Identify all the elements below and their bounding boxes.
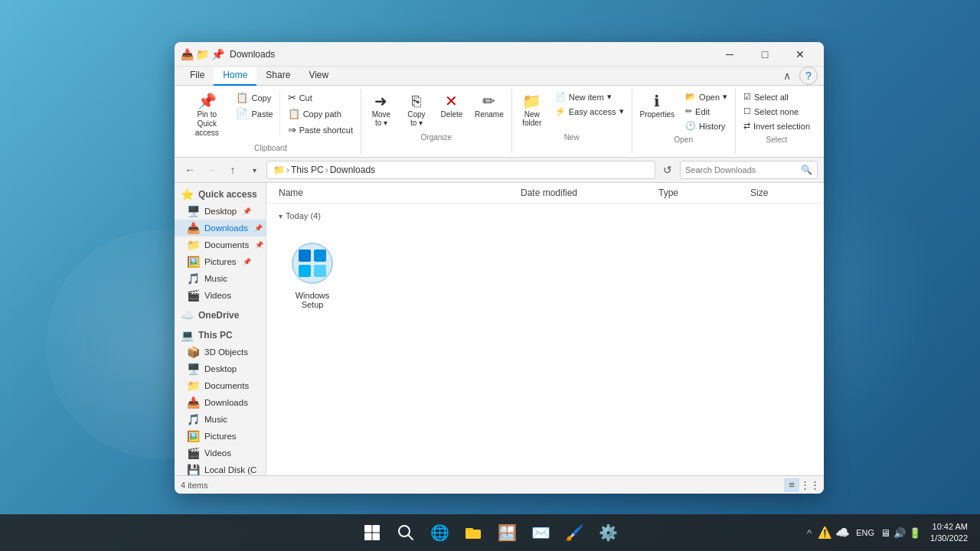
move-icon: ➜ [374, 93, 387, 109]
search-input[interactable] [685, 165, 798, 174]
col-name[interactable]: Name [279, 186, 521, 200]
tab-file[interactable]: File [181, 67, 214, 86]
col-type[interactable]: Type [658, 186, 750, 200]
copy-path-button[interactable]: 📋 Copy path [283, 106, 358, 121]
select-all-button[interactable]: ☑ Select all [739, 90, 815, 103]
select-none-button[interactable]: ☐ Select none [739, 105, 815, 118]
tab-home[interactable]: Home [214, 67, 256, 86]
open-button[interactable]: 📂 Open ▾ [681, 90, 732, 103]
taskbar-edge-button[interactable]: 🌐 [424, 517, 455, 548]
taskbar-volume-icon[interactable]: 🔊 [893, 527, 906, 539]
select-sub-buttons: ☑ Select all ☐ Select none ⇄ Invert sele… [739, 90, 815, 132]
status-bar: 4 items ≡ ⋮⋮ [175, 475, 824, 494]
close-button[interactable]: ✕ [782, 42, 818, 67]
list-view-button[interactable]: ⋮⋮ [802, 478, 818, 492]
properties-button[interactable]: ℹ Properties [635, 90, 680, 122]
edit-button[interactable]: ✏ Edit [681, 105, 732, 118]
paste-shortcut-button[interactable]: ⇒ Paste shortcut [283, 122, 358, 137]
item-count: 4 items [181, 481, 207, 490]
col-size[interactable]: Size [750, 186, 812, 200]
sidebar-item-music2[interactable]: 🎵 Music [175, 411, 266, 428]
sidebar-item-videos2[interactable]: 🎬 Videos [175, 445, 266, 461]
easy-access-button[interactable]: ⚡ Easy access ▾ [550, 105, 629, 118]
history-button[interactable]: 🕐 History [681, 119, 732, 132]
sidebar-item-music[interactable]: 🎵 Music [175, 270, 266, 287]
sidebar-item-3d-objects[interactable]: 📦 3D Objects [175, 344, 266, 360]
sidebar-item-videos[interactable]: 🎬 Videos [175, 287, 266, 304]
paste-button[interactable]: 📄 Paste [231, 106, 277, 121]
sidebar-item-local-disk[interactable]: 💾 Local Disk (C [175, 461, 266, 475]
sidebar-item-this-pc[interactable]: 💻 This PC [175, 327, 266, 344]
taskbar-monitor-icon[interactable]: 🖥 [880, 527, 890, 539]
address-bar[interactable]: 📁 › This PC › Downloads [266, 161, 655, 179]
help-button[interactable]: ? [799, 67, 818, 85]
move-to-button[interactable]: ➜ Moveto ▾ [364, 90, 398, 130]
window-controls: ─ □ ✕ [712, 42, 818, 67]
back-button[interactable]: ← [181, 161, 199, 179]
desktop2-icon: 🖥️ [187, 363, 200, 375]
sidebar-item-pictures2[interactable]: 🖼️ Pictures [175, 428, 266, 445]
invert-selection-button[interactable]: ⇄ Invert selection [739, 119, 815, 132]
main-area: ⭐ Quick access 🖥️ Desktop 📥 Downloads 📁 … [175, 183, 824, 475]
pin-section: 📌 Pin to Quickaccess 📋 Copy 📄 Paste [181, 89, 361, 154]
select-label: Select [739, 134, 815, 144]
taskbar-search-button[interactable] [390, 517, 421, 548]
ribbon-collapse-button[interactable]: ∧ [778, 67, 796, 85]
open-label: Open [635, 134, 733, 144]
details-view-button[interactable]: ≡ [784, 478, 799, 492]
rename-button[interactable]: ✏ Rename [470, 90, 508, 122]
taskbar-store-button[interactable]: 🪟 [492, 517, 522, 548]
svg-rect-8 [364, 533, 372, 541]
navigation-bar: ← → ↑ ▾ 📁 › This PC › Downloads ↺ 🔍 [175, 158, 824, 183]
open-sub-buttons: 📂 Open ▾ ✏ Edit 🕐 History [681, 90, 732, 132]
sidebar-item-documents[interactable]: 📁 Documents [175, 377, 266, 394]
forward-button[interactable]: → [202, 161, 220, 179]
pin-to-quick-button[interactable]: 📌 Pin to Quickaccess [184, 90, 230, 141]
search-icon[interactable]: 🔍 [801, 165, 812, 175]
sidebar-item-documents-pinned[interactable]: 📁 Documents [175, 236, 266, 253]
windows-file-icon [288, 239, 337, 288]
sidebar-item-downloads[interactable]: 📥 Downloads [175, 394, 266, 411]
delete-button[interactable]: ✕ Delete [435, 90, 469, 122]
copy-to-button[interactable]: ⎘ Copyto ▾ [400, 90, 433, 130]
sidebar-item-onedrive[interactable]: ☁️ OneDrive [175, 307, 266, 324]
taskbar-clock[interactable]: 10:42 AM 1/30/2022 [924, 521, 974, 545]
sidebar-item-desktop-pinned[interactable]: 🖥️ Desktop [175, 203, 266, 220]
3d-objects-icon: 📦 [187, 346, 200, 358]
copy-to-icon: ⎘ [412, 93, 421, 109]
taskbar-mail-button[interactable]: ✉️ [525, 517, 556, 548]
taskbar-settings-button[interactable]: ⚙️ [593, 517, 623, 548]
group-toggle-today[interactable]: ▾ [279, 212, 283, 220]
sidebar-item-desktop[interactable]: 🖥️ Desktop [175, 360, 266, 377]
system-tray-chevron[interactable]: ^ [804, 527, 815, 539]
maximize-button[interactable]: □ [747, 42, 782, 67]
new-folder-button[interactable]: 📁 Newfolder [515, 90, 549, 130]
recent-locations-button[interactable]: ▾ [245, 161, 263, 179]
col-date[interactable]: Date modified [521, 186, 658, 200]
taskbar-warning-icon[interactable]: ⚠️ [818, 526, 832, 540]
sidebar-item-pictures-pinned[interactable]: 🖼️ Pictures [175, 253, 266, 270]
file-group-today: ▾ Today (4) [273, 207, 818, 223]
tab-share[interactable]: Share [256, 67, 299, 86]
taskbar-tray: ^ ⚠️ ☁️ ENG 🖥 🔊 🔋 10:42 AM 1/30/2022 [804, 521, 974, 545]
tab-view[interactable]: View [299, 67, 338, 86]
taskbar-explorer-button[interactable] [458, 517, 488, 548]
taskbar: 🌐 🪟 ✉️ 🖌️ ⚙️ ^ ⚠️ ☁️ ENG 🖥 🔊 [0, 514, 980, 551]
sidebar-item-quick-access[interactable]: ⭐ Quick access [175, 186, 266, 203]
minimize-button[interactable]: ─ [712, 42, 747, 67]
up-button[interactable]: ↑ [224, 161, 242, 179]
cut-button[interactable]: ✂ Cut [283, 90, 358, 105]
refresh-button[interactable]: ↺ [658, 161, 677, 179]
new-item-button[interactable]: 📄 New item ▾ [550, 90, 629, 103]
list-item[interactable]: Windows Setup [285, 236, 340, 312]
copy-button[interactable]: 📋 Copy [231, 90, 277, 105]
taskbar-paint-button[interactable]: 🖌️ [559, 517, 590, 548]
sidebar-item-downloads-pinned[interactable]: 📥 Downloads [175, 220, 266, 236]
file-list: ▾ Today (4) [266, 204, 824, 475]
local-disk-icon: 💾 [187, 464, 200, 475]
taskbar-battery-icon[interactable]: 🔋 [909, 527, 921, 539]
taskbar-language[interactable]: ENG [853, 528, 877, 537]
start-button[interactable] [357, 517, 387, 548]
taskbar-cloud-icon[interactable]: ☁️ [835, 526, 850, 540]
file-name: Windows Setup [288, 291, 337, 309]
